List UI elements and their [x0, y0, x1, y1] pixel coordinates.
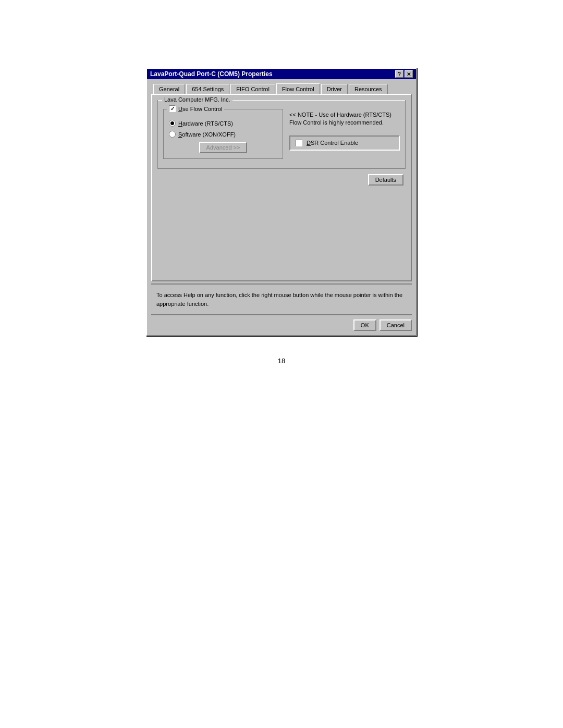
dsr-checkbox[interactable] — [296, 140, 302, 146]
help-button[interactable]: ? — [395, 70, 403, 78]
tab-resources[interactable]: Resources — [349, 84, 388, 95]
close-button[interactable]: ✕ — [405, 70, 413, 78]
tab-flow-control[interactable]: Flow Control — [276, 83, 320, 94]
help-text: To access Help on any function, click th… — [151, 283, 412, 315]
dsr-label: DSR Control Enable — [307, 140, 358, 146]
tab-general[interactable]: General — [153, 84, 185, 95]
button-row: OK Cancel — [147, 315, 416, 335]
software-label: Software (XON/XOFF) — [178, 131, 236, 138]
properties-dialog: LavaPort-Quad Port-C (COM5) Properties ?… — [146, 68, 417, 336]
software-radio-row: Software (XON/XOFF) — [169, 131, 277, 138]
dsr-box: DSR Control Enable — [289, 135, 400, 151]
left-column: Use Flow Control Hardware (RTS/CTS) — [163, 109, 283, 163]
title-bar-buttons: ? ✕ — [395, 70, 413, 78]
tabs-row: General 654 Settings FIFO Control Flow C… — [151, 83, 412, 94]
hardware-radio-row: Hardware (RTS/CTS) — [169, 120, 277, 127]
use-flow-control-group: Use Flow Control Hardware (RTS/CTS) — [163, 109, 283, 159]
hardware-label: Hardware (RTS/CTS) — [178, 120, 233, 127]
lava-group-box: Lava Computer MFG. Inc. Use Flow Control — [157, 100, 406, 169]
use-flow-control-row: Use Flow Control — [169, 105, 222, 112]
hardware-radio[interactable] — [169, 120, 176, 127]
defaults-button[interactable]: Defaults — [368, 174, 403, 186]
software-radio[interactable] — [169, 131, 176, 138]
defaults-row: Defaults — [157, 174, 406, 186]
advanced-button[interactable]: Advanced >> — [199, 142, 248, 153]
dialog-content: General 654 Settings FIFO Control Flow C… — [147, 79, 416, 315]
ok-button[interactable]: OK — [353, 319, 376, 331]
tab-fifo-control[interactable]: FIFO Control — [230, 84, 275, 95]
tab-654-settings[interactable]: 654 Settings — [186, 84, 229, 95]
note-text: << NOTE - Use of Hardware (RTS/CTS) Flow… — [289, 111, 400, 127]
use-flow-control-label: Use Flow Control — [178, 106, 222, 112]
page-number: 18 — [278, 357, 285, 365]
tab-driver[interactable]: Driver — [321, 84, 348, 95]
cancel-button[interactable]: Cancel — [380, 319, 412, 331]
tab-panel-flow-control: Lava Computer MFG. Inc. Use Flow Control — [151, 94, 412, 281]
title-bar: LavaPort-Quad Port-C (COM5) Properties ?… — [147, 69, 416, 79]
group-label: Lava Computer MFG. Inc. — [162, 96, 232, 103]
two-column-layout: Use Flow Control Hardware (RTS/CTS) — [163, 109, 400, 163]
dialog-title: LavaPort-Quad Port-C (COM5) Properties — [150, 70, 273, 78]
inner-group-label: Use Flow Control — [167, 105, 224, 116]
right-column: << NOTE - Use of Hardware (RTS/CTS) Flow… — [289, 109, 400, 163]
use-flow-control-checkbox[interactable] — [169, 105, 176, 112]
